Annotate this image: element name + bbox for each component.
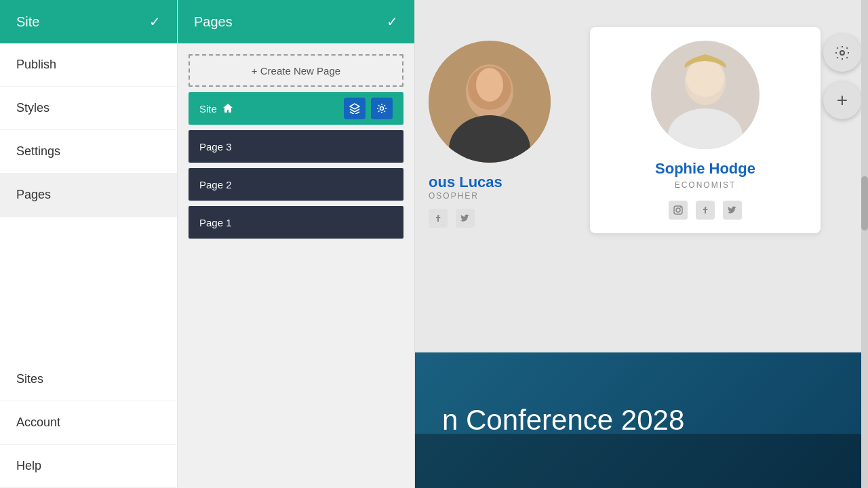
sidebar-nav: Publish Styles Settings Pages Sites Acco… [0,43,177,488]
sidebar-item-label: Publish [16,58,56,72]
sidebar-item-publish[interactable]: Publish [0,43,177,87]
sidebar-item-account[interactable]: Account [0,401,177,445]
conference-title: n Conference 2028 [442,404,684,436]
home-icon [222,103,233,114]
sidebar-item-pages[interactable]: Pages [0,174,177,217]
left-person-image [429,41,551,163]
float-gear-button[interactable] [823,34,861,72]
site-label-wrap: Site [199,103,233,115]
sidebar-item-label: Settings [16,144,60,159]
sidebar-item-sites[interactable]: Sites [0,358,177,401]
plus-icon: + [837,89,848,111]
float-plus-button[interactable]: + [823,81,861,119]
create-new-page-button[interactable]: + Create New Page [189,54,403,87]
pages-header: Pages ✓ [178,0,414,43]
gear-float-icon [834,45,850,61]
sidebar-item-settings[interactable]: Settings [0,130,177,174]
team-avatar-sophie [651,41,760,149]
scrollbar[interactable] [861,0,868,488]
sidebar-title: Site [16,14,149,30]
pages-content: + Create New Page Site [178,43,414,249]
sidebar-header: Site ✓ [0,0,177,43]
layers-icon [349,103,360,114]
facebook-icon[interactable] [429,209,448,228]
sidebar-check-icon: ✓ [149,14,161,30]
svg-rect-10 [674,206,682,214]
svg-point-5 [476,68,503,102]
team-name-sophie: Sophie Hodge [655,160,755,178]
page-item-page2[interactable]: Page 2 [189,168,403,201]
pages-title: Pages [194,14,387,30]
page-item-icons [344,98,393,119]
left-person-name: ous Lucas [429,174,578,191]
conference-section: n Conference 2028 [415,352,868,488]
svg-point-0 [380,107,384,110]
team-card-sophie: Sophie Hodge ECONOMIST [590,27,821,233]
left-person-avatar [429,41,551,163]
sidebar-item-label: Sites [16,372,43,386]
sidebar-item-label: Styles [16,101,50,115]
team-role-sophie: ECONOMIST [675,180,736,190]
right-person-card: Sophie Hodge ECONOMIST [590,27,821,233]
svg-point-12 [680,207,682,209]
sidebar-item-label: Account [16,415,60,430]
layers-icon-btn[interactable] [344,98,366,119]
left-person-card: ous Lucas OSOPHER [429,41,578,228]
svg-point-11 [676,208,680,212]
gear-icon-btn[interactable] [371,98,393,119]
page-item-site[interactable]: Site [189,92,403,125]
sophie-image [651,41,760,149]
svg-point-8 [686,59,724,97]
sidebar-item-styles[interactable]: Styles [0,87,177,130]
main-content: ous Lucas OSOPHER Sophie Hodge [415,0,868,488]
facebook-icon-2[interactable] [696,201,715,220]
pages-panel: Pages ✓ + Create New Page Site [178,0,415,488]
left-person-social [429,209,578,228]
page-item-page3[interactable]: Page 3 [189,130,403,163]
page-item-label: Site [199,103,217,115]
create-new-page-label: + Create New Page [252,65,340,77]
twitter-icon-2[interactable] [723,201,742,220]
page-label: Page 3 [199,141,232,152]
team-social-sophie [669,201,742,220]
sidebar: Site ✓ Publish Styles Settings Pages Sit… [0,0,178,488]
svg-point-13 [840,51,844,55]
page-label: Page 1 [199,217,232,228]
left-person-role: OSOPHER [429,191,578,201]
instagram-icon[interactable] [669,201,688,220]
page-label: Page 2 [199,179,232,190]
sidebar-item-label: Help [16,459,41,473]
scrollbar-thumb[interactable] [861,176,868,230]
sidebar-item-label: Pages [16,188,51,202]
pages-check-icon: ✓ [387,14,398,30]
page-item-page1[interactable]: Page 1 [189,206,403,239]
twitter-icon[interactable] [456,209,475,228]
settings-icon [376,103,387,114]
sidebar-item-help[interactable]: Help [0,445,177,488]
